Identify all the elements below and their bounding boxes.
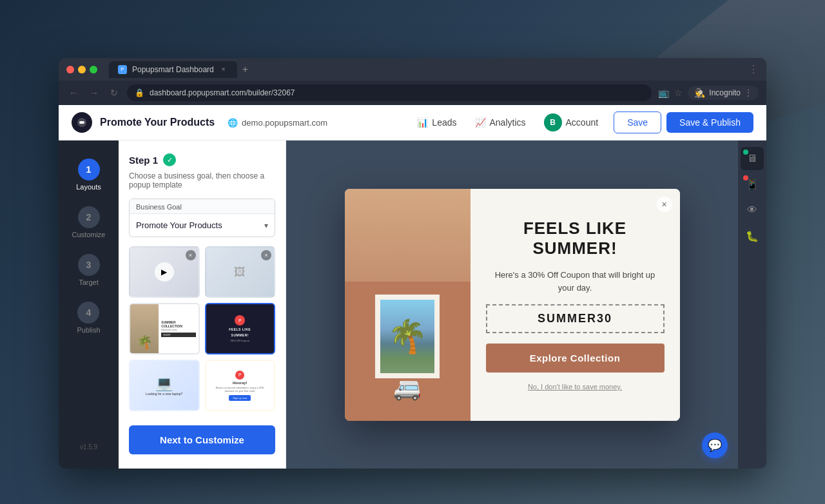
chat-fab-button[interactable]: 💬 [702,432,728,458]
template-card-1[interactable]: × ▶ [129,246,200,298]
leads-nav-item[interactable]: 📊 Leads [414,113,459,131]
browser-chrome: P Popupsmart Dashboard × + ⋮ [59,58,766,81]
dark-template-logo: P [235,315,245,325]
step-header: Step 1 ✓ [129,153,275,166]
analytics-label: Analytics [490,117,526,128]
sidebar-step-publish[interactable]: 4 Publish [72,296,105,339]
sidebar-step-customize[interactable]: 2 Customize [67,201,111,244]
select-arrow-icon: ▾ [264,221,275,230]
new-tab-button[interactable]: + [237,64,253,75]
popup-headline-line2: SUMMER! [532,238,617,258]
browser-menu-icon[interactable]: ⋮ [748,63,759,75]
preview-button[interactable]: 👁 [741,199,764,222]
browser-window: P Popupsmart Dashboard × + ⋮ ← → ↻ 🔒 das… [59,58,766,469]
leads-icon: 📊 [417,117,428,128]
step-label-publish: Publish [77,326,100,334]
business-goal-select[interactable]: Promote Your Products Collect Email Lead… [130,215,264,235]
template-close-2[interactable]: × [261,250,271,260]
tab-favicon: P [118,65,127,74]
template-card-4[interactable]: ✓ P FEELS LIKE SUMMER! 30% Off Coupon [205,303,276,354]
popup-headline-line1: FEELS LIKE [523,218,626,238]
step-number-label: Step 1 [129,155,158,166]
incognito-label: Incognito [709,88,741,97]
version-label: v1.5.9 [75,438,102,456]
sidebar-step-layouts[interactable]: 1 Layouts [71,153,106,196]
account-avatar: B [544,113,562,131]
step-label-layouts: Layouts [76,183,101,191]
debug-button[interactable]: 🐛 [741,224,764,247]
business-goal-label: Business Goal [130,199,275,214]
forward-button[interactable]: → [87,85,101,101]
template-card-6[interactable]: × P Hooray! Share our launch celebration… [205,360,276,411]
active-tab[interactable]: P Popupsmart Dashboard × [109,61,237,78]
popup-dismiss-link[interactable]: No, I don't like to save money. [528,383,622,391]
tab-title: Popupsmart Dashboard [132,65,214,74]
browser-actions: 📺 ☆ 🕵 Incognito ⋮ [658,86,759,100]
tab-close-button[interactable]: × [219,65,228,74]
sidebar-step-target[interactable]: 3 Target [73,249,105,291]
tab-bar: P Popupsmart Dashboard × + [109,61,743,78]
popup-content-side: FEELS LIKE SUMMER! Here's a 30% Off Coup… [471,189,680,421]
minimize-traffic-light[interactable] [78,66,86,73]
template-img-icon: 🖼 [234,266,246,279]
desktop-view-button[interactable]: 🖥 [741,147,764,170]
preview-area: × 🌴 🚐 F [286,141,738,469]
step-complete-check: ✓ [163,153,176,166]
step-description: Choose a business goal, then choose a po… [129,171,275,189]
template-play-icon: ▶ [155,262,174,282]
save-button[interactable]: Save [614,111,661,133]
account-nav-item[interactable]: B Account [541,110,601,135]
url-text: dashboard.popupsmart.com/builder/32067 [150,88,295,97]
step-circle-2: 2 [78,206,100,228]
popup-subtext: Here's a 30% Off Coupon that will bright… [486,269,665,294]
template-card-5[interactable]: × 💻 Looking for a new laptop? [129,360,200,411]
desktop-active-dot [743,150,748,155]
mobile-icon: 📱 [746,179,759,191]
app-header: Promote Your Products 🌐 demo.popupsmart.… [59,105,766,141]
incognito-menu[interactable]: ⋮ [744,88,752,97]
incognito-badge: 🕵 Incognito ⋮ [688,86,759,100]
save-publish-button[interactable]: Save & Publish [666,112,753,133]
popup-cta-button[interactable]: Explore Collection [486,344,665,373]
business-goal-field: Business Goal Promote Your Products Coll… [129,199,275,237]
next-to-customize-button[interactable]: Next to Customize [129,425,275,454]
back-button[interactable]: ← [66,85,81,101]
reload-button[interactable]: ↻ [108,85,121,101]
svg-rect-1 [79,121,84,124]
popup-headline: FEELS LIKE SUMMER! [523,218,626,258]
preview-icon: 👁 [747,204,757,216]
popup-preview: × 🌴 🚐 F [345,189,680,421]
step-circle-4: 4 [77,302,99,324]
analytics-icon: 📈 [475,117,486,128]
address-bar[interactable]: 🔒 dashboard.popupsmart.com/builder/32067 [127,84,652,101]
step-panel: Step 1 ✓ Choose a business goal, then ch… [119,141,286,469]
hooray-logo: P [235,371,244,380]
business-goal-select-row: Promote Your Products Collect Email Lead… [130,214,275,237]
palm-emoji: 🌴 [387,318,427,355]
popup-van-icon: 🚐 [393,375,422,402]
step-label-target: Target [79,278,99,286]
step-label-customize: Customize [72,231,106,238]
debug-icon: 🐛 [746,230,759,242]
mobile-view-button[interactable]: 📱 [741,173,764,196]
analytics-nav-item[interactable]: 📈 Analytics [472,113,529,131]
template-card-2[interactable]: × 🖼 [205,246,276,298]
domain-badge: 🌐 demo.popupsmart.com [228,118,327,128]
template-close-1[interactable]: × [186,250,196,260]
popup-image-side: 🌴 🚐 [345,189,471,421]
cast-icon: 📺 [658,88,669,98]
desktop-icon: 🖥 [747,153,757,164]
address-bar-row: ← → ↻ 🔒 dashboard.popupsmart.com/builder… [59,81,766,105]
popup-close-button[interactable]: × [657,197,672,212]
close-traffic-light[interactable] [66,66,74,73]
template-grid: × ▶ × 🖼 [129,246,275,411]
app-logo [72,112,92,133]
right-toolbar: 🖥 📱 👁 🐛 [738,141,766,469]
steps-sidebar: 1 Layouts 2 Customize 3 Target 4 [59,141,119,469]
popup-coupon-code: SUMMER30 [486,304,665,333]
maximize-traffic-light[interactable] [90,66,97,73]
header-nav: 📊 Leads 📈 Analytics B Account [414,110,601,135]
template-card-3[interactable]: Summer Collection Discover now SHOP [129,303,200,354]
globe-icon: 🌐 [228,118,238,128]
bookmark-icon[interactable]: ☆ [674,88,683,98]
